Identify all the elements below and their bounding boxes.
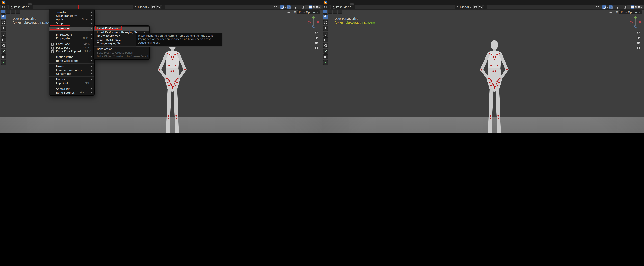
menu-item[interactable]: Paste Pose FlippedShift Ctrl V	[49, 49, 94, 53]
topbar-menu[interactable]	[10, 1, 13, 4]
mode-selector[interactable]: Pose Mode	[331, 5, 355, 9]
perspective-toggle-button[interactable]	[636, 46, 640, 50]
menu-item[interactable]: Insert KeyframeI	[94, 27, 149, 30]
mirror-x-toggle[interactable]: X	[294, 11, 296, 14]
menu-item[interactable]: PropagateAlt P	[49, 36, 94, 40]
workspace-tab[interactable]	[37, 3, 42, 5]
workspace-tab[interactable]	[74, 3, 79, 5]
rendered-shading-button[interactable]	[638, 6, 640, 8]
topbar-menu[interactable]	[13, 1, 16, 4]
material-shading-button[interactable]	[634, 6, 637, 8]
mirror-icon[interactable]	[289, 11, 291, 13]
snap-button[interactable]	[156, 5, 160, 9]
menu-item[interactable]: Copy PoseCtrl C	[49, 42, 94, 46]
menu-item[interactable]	[49, 41, 94, 41]
lasso-select-button[interactable]	[338, 10, 342, 14]
topbar-menu[interactable]	[332, 1, 335, 4]
workspace-tab[interactable]	[396, 3, 401, 5]
orientation-selector[interactable]: Global	[133, 5, 151, 9]
pivot-point-button[interactable]	[474, 5, 478, 9]
blender-logo-icon[interactable]	[2, 1, 5, 4]
visibility-button[interactable]	[273, 5, 278, 9]
menu-item[interactable]: Bake Action...	[94, 47, 149, 51]
pose-options-dropdown[interactable]: Pose Options	[619, 10, 642, 14]
transform-tool[interactable]	[1, 43, 6, 48]
menu-item[interactable]: Flip QuatsAlt F	[49, 81, 94, 85]
tweak-select-button[interactable]	[323, 10, 327, 14]
material-shading-button[interactable]	[312, 6, 315, 8]
pivot-point-button[interactable]	[152, 5, 156, 9]
menu-item[interactable]: Bake Mesh to Grease Pencil...	[94, 51, 149, 55]
axis-x-handle[interactable]	[317, 21, 319, 23]
pan-button[interactable]	[636, 36, 640, 39]
topbar-menu[interactable]	[335, 1, 338, 4]
visibility-button[interactable]	[595, 5, 600, 9]
pose-options-dropdown[interactable]: Pose Options	[297, 10, 320, 14]
gizmos-button[interactable]	[280, 5, 284, 9]
axis-y-handle[interactable]	[312, 16, 314, 19]
lasso-select-button[interactable]	[16, 10, 20, 14]
menu-item[interactable]: ApplyCtrl A	[49, 17, 94, 21]
editor-type-button[interactable]	[1, 5, 8, 9]
workspace-tab[interactable]	[65, 3, 70, 5]
menu-item[interactable]	[49, 31, 94, 32]
transform-tool[interactable]	[323, 43, 328, 48]
cursor-tool[interactable]	[323, 20, 328, 25]
axis-z-handle[interactable]	[312, 25, 315, 28]
workspace-tab[interactable]	[350, 3, 354, 5]
workspace-tab[interactable]	[79, 3, 82, 5]
workspace-tab[interactable]	[387, 3, 392, 5]
wireframe-shading-button[interactable]	[628, 6, 630, 8]
workspace-tab[interactable]	[378, 3, 382, 5]
character-model[interactable]	[152, 36, 192, 133]
workspace-tab[interactable]	[392, 3, 396, 5]
move-tool[interactable]	[323, 26, 328, 31]
menu-item[interactable]: Bake Object Transform to Grease Pencil..…	[94, 55, 149, 58]
xray-button[interactable]	[622, 5, 626, 9]
menu-item[interactable]	[49, 54, 94, 54]
menu-item[interactable]: Bone Collections	[49, 59, 94, 62]
topbar-menu[interactable]	[342, 1, 345, 4]
menu-item[interactable]: In-Betweens	[49, 32, 94, 36]
menu-item[interactable]: Parent	[49, 64, 94, 68]
perspective-toggle-button[interactable]	[314, 46, 318, 50]
zoom-button[interactable]	[314, 31, 318, 34]
box-select-button[interactable]	[6, 10, 10, 14]
circle-select-button[interactable]	[333, 10, 338, 14]
solid-shading-button[interactable]	[309, 5, 312, 9]
annotate-tool[interactable]	[323, 49, 328, 54]
measure-tool[interactable]	[1, 54, 6, 59]
circle-select-button[interactable]	[11, 10, 16, 14]
tweak-select-button[interactable]	[1, 10, 5, 14]
cursor-tool[interactable]	[1, 20, 6, 25]
axis-y-handle[interactable]	[634, 16, 636, 19]
overlays-button[interactable]	[609, 5, 613, 9]
camera-view-button[interactable]	[636, 41, 640, 45]
pose-breakdowner-tool[interactable]	[1, 60, 6, 65]
workspace-tab[interactable]	[51, 3, 56, 5]
pose-display-button[interactable]	[616, 5, 620, 9]
topbar-menu[interactable]	[338, 1, 342, 4]
gizmos-button[interactable]	[602, 5, 606, 9]
topbar-menu[interactable]	[6, 1, 10, 4]
xray-button[interactable]	[300, 5, 304, 9]
workspace-tab[interactable]	[42, 3, 46, 5]
proportional-edit-button[interactable]	[161, 5, 165, 9]
overlays-button[interactable]	[287, 5, 291, 9]
rotate-tool[interactable]	[323, 31, 328, 36]
topbar-menu[interactable]	[20, 1, 23, 4]
menu-item[interactable]: Snap	[49, 21, 94, 25]
rendered-shading-button[interactable]	[316, 6, 318, 8]
menu-item[interactable]: Names	[49, 77, 94, 81]
viewport-3d[interactable]: X Pose Options User Perspective (0) Fema…	[0, 9, 322, 133]
editor-type-button[interactable]	[323, 5, 330, 9]
menu-item[interactable]: Inverse Kinematics	[49, 68, 94, 72]
menu-item[interactable]: Clear Transform	[49, 14, 94, 17]
workspace-tab[interactable]	[70, 3, 74, 5]
workspace-tab[interactable]	[368, 3, 373, 5]
axis-x-handle[interactable]	[639, 21, 641, 23]
box-select-button[interactable]	[328, 10, 332, 14]
proportional-edit-button[interactable]	[483, 5, 487, 9]
scale-tool[interactable]	[1, 37, 6, 42]
topbar-menu[interactable]	[16, 1, 20, 4]
